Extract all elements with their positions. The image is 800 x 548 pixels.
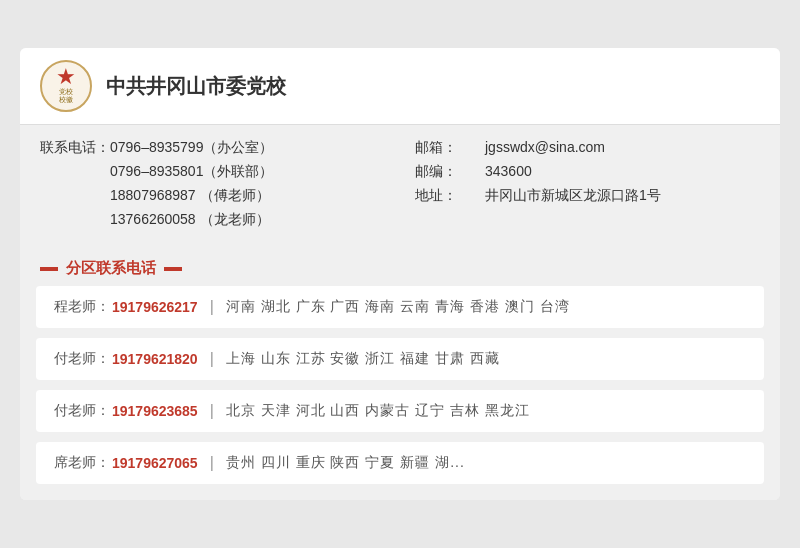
email-label: 邮箱：: [415, 139, 485, 157]
contact-cards: 程老师：19179626217|河南 湖北 广东 广西 海南 云南 青海 香港 …: [20, 286, 780, 500]
phone-row-2: 0796–8935801（外联部）: [40, 163, 385, 181]
info-right: 邮箱： jgsswdx@sina.com 邮编： 343600 地址： 井冈山市…: [415, 139, 760, 235]
header-section: ★ 党校校徽 中共井冈山市委党校: [20, 48, 780, 125]
info-section: 联系电话： 0796–8935799（办公室） 0796–8935801（外联部…: [20, 125, 780, 251]
contact-card-1: 付老师：19179621820|上海 山东 江苏 安徽 浙江 福建 甘肃 西藏: [36, 338, 764, 380]
logo-star: ★: [46, 66, 86, 88]
contact-card-0: 程老师：19179626217|河南 湖北 广东 广西 海南 云南 青海 香港 …: [36, 286, 764, 328]
card-divider-0: |: [210, 298, 214, 316]
card-regions-1: 上海 山东 江苏 安徽 浙江 福建 甘肃 西藏: [226, 350, 500, 368]
teacher-name-0: 程老师：: [54, 298, 110, 316]
address-row: 地址： 井冈山市新城区龙源口路1号: [415, 187, 760, 205]
postal-row: 邮编： 343600: [415, 163, 760, 181]
section-title: 分区联系电话: [64, 259, 158, 278]
email-row: 邮箱： jgsswdx@sina.com: [415, 139, 760, 157]
card-regions-0: 河南 湖北 广东 广西 海南 云南 青海 香港 澳门 台湾: [226, 298, 570, 316]
phone-label: 联系电话：: [40, 139, 110, 157]
email-value: jgsswdx@sina.com: [485, 139, 605, 157]
teacher-phone-3: 19179627065: [112, 455, 198, 471]
teacher-name-1: 付老师：: [54, 350, 110, 368]
main-container: ★ 党校校徽 中共井冈山市委党校 联系电话： 0796–8935799（办公室）…: [20, 48, 780, 500]
postal-label: 邮编：: [415, 163, 485, 181]
teacher-name-3: 席老师：: [54, 454, 110, 472]
section-header: 分区联系电话: [20, 251, 780, 286]
logo: ★ 党校校徽: [40, 60, 92, 112]
card-divider-3: |: [210, 454, 214, 472]
teacher-phone-1: 19179621820: [112, 351, 198, 367]
postal-value: 343600: [485, 163, 532, 181]
phone-row-1: 联系电话： 0796–8935799（办公室）: [40, 139, 385, 157]
logo-text: 党校校徽: [46, 88, 86, 103]
phone-1: 0796–8935799（办公室）: [110, 139, 273, 157]
card-regions-3: 贵州 四川 重庆 陕西 宁夏 新疆 湖...: [226, 454, 465, 472]
contact-card-3: 席老师：19179627065|贵州 四川 重庆 陕西 宁夏 新疆 湖...: [36, 442, 764, 484]
teacher-phone-0: 19179626217: [112, 299, 198, 315]
address-label: 地址：: [415, 187, 485, 205]
bar-right-icon: [164, 267, 182, 271]
contact-card-2: 付老师：19179623685|北京 天津 河北 山西 内蒙古 辽宁 吉林 黑龙…: [36, 390, 764, 432]
address-value: 井冈山市新城区龙源口路1号: [485, 187, 661, 205]
info-left: 联系电话： 0796–8935799（办公室） 0796–8935801（外联部…: [40, 139, 385, 235]
school-title: 中共井冈山市委党校: [106, 73, 286, 100]
teacher-phone-2: 19179623685: [112, 403, 198, 419]
teacher-name-2: 付老师：: [54, 402, 110, 420]
phone-row-3: 18807968987 （傅老师）: [40, 187, 385, 205]
bar-left-icon: [40, 267, 58, 271]
phone-row-4: 13766260058 （龙老师）: [40, 211, 385, 229]
card-divider-2: |: [210, 402, 214, 420]
card-divider-1: |: [210, 350, 214, 368]
card-regions-2: 北京 天津 河北 山西 内蒙古 辽宁 吉林 黑龙江: [226, 402, 530, 420]
